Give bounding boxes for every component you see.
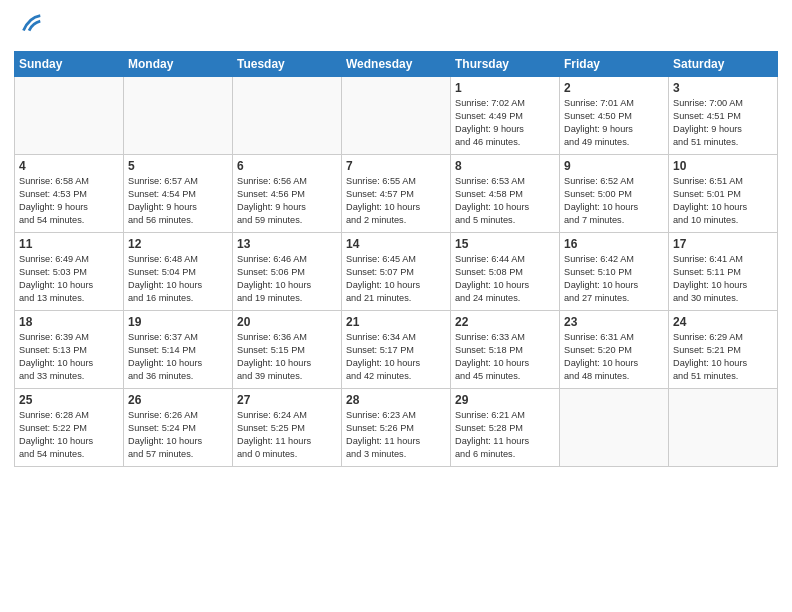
week-row-4: 18Sunrise: 6:39 AMSunset: 5:13 PMDayligh… (15, 311, 778, 389)
day-info: Sunrise: 6:46 AMSunset: 5:06 PMDaylight:… (237, 253, 337, 305)
day-info: Sunrise: 6:49 AMSunset: 5:03 PMDaylight:… (19, 253, 119, 305)
day-info: Sunrise: 6:33 AMSunset: 5:18 PMDaylight:… (455, 331, 555, 383)
calendar-cell (342, 77, 451, 155)
calendar-cell: 7Sunrise: 6:55 AMSunset: 4:57 PMDaylight… (342, 155, 451, 233)
day-info: Sunrise: 6:28 AMSunset: 5:22 PMDaylight:… (19, 409, 119, 461)
day-info: Sunrise: 7:00 AMSunset: 4:51 PMDaylight:… (673, 97, 773, 149)
page-container: SundayMondayTuesdayWednesdayThursdayFrid… (0, 0, 792, 477)
day-number: 20 (237, 315, 337, 329)
logo-icon (16, 10, 44, 38)
day-number: 2 (564, 81, 664, 95)
day-info: Sunrise: 6:39 AMSunset: 5:13 PMDaylight:… (19, 331, 119, 383)
day-info: Sunrise: 6:44 AMSunset: 5:08 PMDaylight:… (455, 253, 555, 305)
day-info: Sunrise: 6:55 AMSunset: 4:57 PMDaylight:… (346, 175, 446, 227)
day-number: 13 (237, 237, 337, 251)
day-info: Sunrise: 7:02 AMSunset: 4:49 PMDaylight:… (455, 97, 555, 149)
day-number: 1 (455, 81, 555, 95)
day-number: 22 (455, 315, 555, 329)
calendar-cell (560, 389, 669, 467)
day-number: 24 (673, 315, 773, 329)
calendar-cell: 12Sunrise: 6:48 AMSunset: 5:04 PMDayligh… (124, 233, 233, 311)
day-info: Sunrise: 6:24 AMSunset: 5:25 PMDaylight:… (237, 409, 337, 461)
day-number: 16 (564, 237, 664, 251)
calendar-cell: 14Sunrise: 6:45 AMSunset: 5:07 PMDayligh… (342, 233, 451, 311)
calendar-cell: 18Sunrise: 6:39 AMSunset: 5:13 PMDayligh… (15, 311, 124, 389)
week-row-1: 1Sunrise: 7:02 AMSunset: 4:49 PMDaylight… (15, 77, 778, 155)
day-info: Sunrise: 6:48 AMSunset: 5:04 PMDaylight:… (128, 253, 228, 305)
day-info: Sunrise: 6:51 AMSunset: 5:01 PMDaylight:… (673, 175, 773, 227)
day-info: Sunrise: 6:23 AMSunset: 5:26 PMDaylight:… (346, 409, 446, 461)
day-number: 28 (346, 393, 446, 407)
week-row-2: 4Sunrise: 6:58 AMSunset: 4:53 PMDaylight… (15, 155, 778, 233)
calendar-cell (15, 77, 124, 155)
weekday-header-saturday: Saturday (669, 52, 778, 77)
calendar-cell: 29Sunrise: 6:21 AMSunset: 5:28 PMDayligh… (451, 389, 560, 467)
day-number: 29 (455, 393, 555, 407)
day-number: 12 (128, 237, 228, 251)
day-info: Sunrise: 6:52 AMSunset: 5:00 PMDaylight:… (564, 175, 664, 227)
calendar-cell: 17Sunrise: 6:41 AMSunset: 5:11 PMDayligh… (669, 233, 778, 311)
day-info: Sunrise: 6:45 AMSunset: 5:07 PMDaylight:… (346, 253, 446, 305)
header (14, 10, 778, 43)
day-info: Sunrise: 6:31 AMSunset: 5:20 PMDaylight:… (564, 331, 664, 383)
day-number: 23 (564, 315, 664, 329)
calendar-cell: 1Sunrise: 7:02 AMSunset: 4:49 PMDaylight… (451, 77, 560, 155)
day-number: 19 (128, 315, 228, 329)
calendar-cell: 6Sunrise: 6:56 AMSunset: 4:56 PMDaylight… (233, 155, 342, 233)
day-number: 17 (673, 237, 773, 251)
day-number: 6 (237, 159, 337, 173)
weekday-header-thursday: Thursday (451, 52, 560, 77)
day-info: Sunrise: 6:37 AMSunset: 5:14 PMDaylight:… (128, 331, 228, 383)
day-number: 11 (19, 237, 119, 251)
day-info: Sunrise: 6:41 AMSunset: 5:11 PMDaylight:… (673, 253, 773, 305)
calendar-cell: 22Sunrise: 6:33 AMSunset: 5:18 PMDayligh… (451, 311, 560, 389)
day-number: 14 (346, 237, 446, 251)
calendar-cell: 24Sunrise: 6:29 AMSunset: 5:21 PMDayligh… (669, 311, 778, 389)
day-number: 7 (346, 159, 446, 173)
calendar-cell: 15Sunrise: 6:44 AMSunset: 5:08 PMDayligh… (451, 233, 560, 311)
calendar-cell: 16Sunrise: 6:42 AMSunset: 5:10 PMDayligh… (560, 233, 669, 311)
day-number: 8 (455, 159, 555, 173)
day-info: Sunrise: 6:36 AMSunset: 5:15 PMDaylight:… (237, 331, 337, 383)
calendar-cell (233, 77, 342, 155)
weekday-header-wednesday: Wednesday (342, 52, 451, 77)
day-number: 4 (19, 159, 119, 173)
day-info: Sunrise: 6:29 AMSunset: 5:21 PMDaylight:… (673, 331, 773, 383)
calendar-cell: 8Sunrise: 6:53 AMSunset: 4:58 PMDaylight… (451, 155, 560, 233)
calendar-cell: 27Sunrise: 6:24 AMSunset: 5:25 PMDayligh… (233, 389, 342, 467)
day-info: Sunrise: 6:57 AMSunset: 4:54 PMDaylight:… (128, 175, 228, 227)
week-row-3: 11Sunrise: 6:49 AMSunset: 5:03 PMDayligh… (15, 233, 778, 311)
day-info: Sunrise: 6:26 AMSunset: 5:24 PMDaylight:… (128, 409, 228, 461)
calendar-cell: 28Sunrise: 6:23 AMSunset: 5:26 PMDayligh… (342, 389, 451, 467)
day-number: 5 (128, 159, 228, 173)
day-number: 9 (564, 159, 664, 173)
weekday-header-friday: Friday (560, 52, 669, 77)
day-number: 21 (346, 315, 446, 329)
week-row-5: 25Sunrise: 6:28 AMSunset: 5:22 PMDayligh… (15, 389, 778, 467)
weekday-header-monday: Monday (124, 52, 233, 77)
weekday-header-sunday: Sunday (15, 52, 124, 77)
day-info: Sunrise: 6:21 AMSunset: 5:28 PMDaylight:… (455, 409, 555, 461)
calendar-cell: 10Sunrise: 6:51 AMSunset: 5:01 PMDayligh… (669, 155, 778, 233)
calendar-cell: 3Sunrise: 7:00 AMSunset: 4:51 PMDaylight… (669, 77, 778, 155)
weekday-header-tuesday: Tuesday (233, 52, 342, 77)
calendar-cell: 21Sunrise: 6:34 AMSunset: 5:17 PMDayligh… (342, 311, 451, 389)
calendar-cell: 4Sunrise: 6:58 AMSunset: 4:53 PMDaylight… (15, 155, 124, 233)
day-info: Sunrise: 6:53 AMSunset: 4:58 PMDaylight:… (455, 175, 555, 227)
calendar-cell: 11Sunrise: 6:49 AMSunset: 5:03 PMDayligh… (15, 233, 124, 311)
calendar-cell: 19Sunrise: 6:37 AMSunset: 5:14 PMDayligh… (124, 311, 233, 389)
calendar-cell (124, 77, 233, 155)
calendar-cell: 25Sunrise: 6:28 AMSunset: 5:22 PMDayligh… (15, 389, 124, 467)
day-number: 26 (128, 393, 228, 407)
day-number: 15 (455, 237, 555, 251)
calendar-table: SundayMondayTuesdayWednesdayThursdayFrid… (14, 51, 778, 467)
day-info: Sunrise: 7:01 AMSunset: 4:50 PMDaylight:… (564, 97, 664, 149)
calendar-cell: 20Sunrise: 6:36 AMSunset: 5:15 PMDayligh… (233, 311, 342, 389)
calendar-cell: 23Sunrise: 6:31 AMSunset: 5:20 PMDayligh… (560, 311, 669, 389)
day-number: 3 (673, 81, 773, 95)
day-number: 25 (19, 393, 119, 407)
logo (14, 10, 44, 43)
day-info: Sunrise: 6:58 AMSunset: 4:53 PMDaylight:… (19, 175, 119, 227)
day-info: Sunrise: 6:56 AMSunset: 4:56 PMDaylight:… (237, 175, 337, 227)
calendar-cell: 9Sunrise: 6:52 AMSunset: 5:00 PMDaylight… (560, 155, 669, 233)
